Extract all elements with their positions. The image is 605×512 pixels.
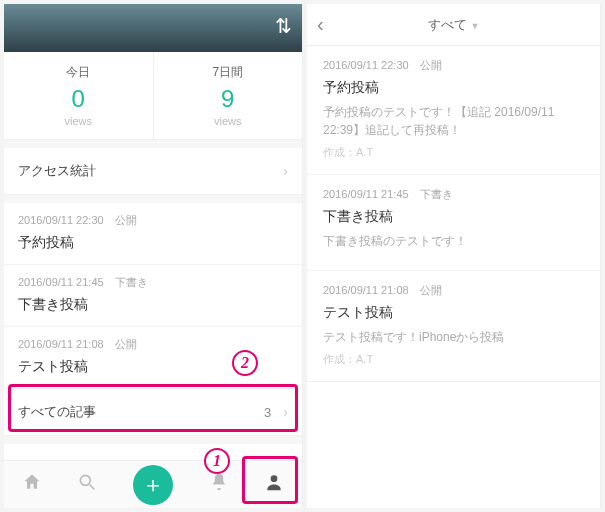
row-access-stats-label: アクセス統計 <box>18 162 96 180</box>
tab-bar: ＋ <box>4 460 302 508</box>
sort-icon[interactable]: ⇅ <box>275 16 292 36</box>
stat-week-label: 7日間 <box>154 64 303 81</box>
post-body: 予約投稿のテストです！【追記 2016/09/11 22:39】追記して再投稿！ <box>323 103 584 139</box>
stat-today-value: 0 <box>4 85 153 113</box>
post-title: 下書き投稿 <box>323 208 584 226</box>
left-content: 今日 0 views 7日間 9 views アクセス統計 › 2016/09/… <box>4 52 302 460</box>
post-meta: 2016/09/11 22:30 公開 <box>18 213 288 228</box>
profile-icon[interactable] <box>264 472 284 497</box>
header-title-text: すべて <box>428 17 467 32</box>
post-title: 予約投稿 <box>323 79 584 97</box>
add-button[interactable]: ＋ <box>133 465 173 505</box>
home-icon[interactable] <box>22 472 42 497</box>
row-all-posts-label: すべての記事 <box>18 403 96 421</box>
post-item[interactable]: 2016/09/11 22:30 公開 予約投稿 予約投稿のテストです！【追記 … <box>307 46 600 175</box>
search-icon[interactable] <box>77 472 97 497</box>
annotation-circle-1: 1 <box>204 448 230 474</box>
post-body: 下書き投稿のテストです！ <box>323 232 584 250</box>
stat-week-value: 9 <box>154 85 303 113</box>
post-meta: 2016/09/11 21:45 下書き <box>18 275 288 290</box>
stat-today-label: 今日 <box>4 64 153 81</box>
svg-point-2 <box>271 475 278 482</box>
post-author: 作成：A.T <box>323 145 584 160</box>
left-screen: ⇅ 今日 0 views 7日間 9 views アクセス統計 › <box>4 4 303 508</box>
divider <box>4 140 302 148</box>
stats-panel: 今日 0 views 7日間 9 views <box>4 52 302 140</box>
recent-post[interactable]: 2016/09/11 22:30 公開 予約投稿 <box>4 203 302 265</box>
stat-today[interactable]: 今日 0 views <box>4 52 153 139</box>
right-header-title[interactable]: すべて▼ <box>428 16 480 34</box>
post-title: 下書き投稿 <box>18 296 288 314</box>
chevron-down-icon: ▼ <box>471 21 480 31</box>
bell-icon[interactable] <box>209 472 229 497</box>
post-title: テスト投稿 <box>323 304 584 322</box>
row-access-stats[interactable]: アクセス統計 › <box>4 148 302 195</box>
post-meta: 2016/09/11 21:45 下書き <box>323 187 584 202</box>
annotation-circle-2: 2 <box>232 350 258 376</box>
divider <box>4 436 302 444</box>
post-author: 作成：A.T <box>323 352 584 367</box>
svg-point-0 <box>81 475 91 485</box>
stat-week[interactable]: 7日間 9 views <box>153 52 303 139</box>
stat-week-sub: views <box>154 115 303 127</box>
post-meta: 2016/09/11 21:08 公開 <box>323 283 584 298</box>
post-title: 予約投稿 <box>18 234 288 252</box>
stat-today-sub: views <box>4 115 153 127</box>
post-body: テスト投稿です！iPhoneから投稿 <box>323 328 584 346</box>
recent-post[interactable]: 2016/09/11 21:45 下書き 下書き投稿 <box>4 265 302 327</box>
chevron-right-icon: › <box>283 404 288 420</box>
right-screen: ‹ すべて▼ 2016/09/11 22:30 公開 予約投稿 予約投稿のテスト… <box>307 4 601 508</box>
svg-line-1 <box>90 485 95 490</box>
right-header: ‹ すべて▼ <box>307 4 600 46</box>
chevron-right-icon: › <box>283 163 288 179</box>
back-icon[interactable]: ‹ <box>317 13 324 36</box>
row-all-posts[interactable]: すべての記事 3 › <box>4 389 302 436</box>
post-item[interactable]: 2016/09/11 21:45 下書き 下書き投稿 下書き投稿のテストです！ <box>307 175 600 271</box>
row-all-posts-count: 3 <box>264 405 271 420</box>
hero-banner: ⇅ <box>4 4 302 52</box>
post-item[interactable]: 2016/09/11 21:08 公開 テスト投稿 テスト投稿です！iPhone… <box>307 271 600 382</box>
row-followers[interactable]: フォロワー › <box>4 444 302 460</box>
divider <box>4 195 302 203</box>
post-meta: 2016/09/11 22:30 公開 <box>323 58 584 73</box>
